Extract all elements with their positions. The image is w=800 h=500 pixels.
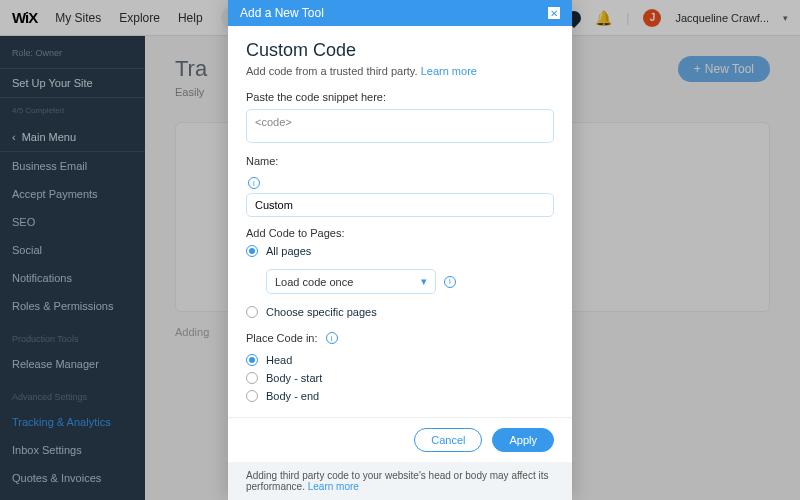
pages-label: Add Code to Pages: <box>246 227 554 239</box>
radio-specific-pages[interactable]: Choose specific pages <box>246 306 554 318</box>
place-label: Place Code in: <box>246 332 318 344</box>
radio-head[interactable]: Head <box>246 354 554 366</box>
modal-warning: Adding third party code to your website'… <box>228 462 572 500</box>
info-icon[interactable]: i <box>444 276 456 288</box>
apply-button[interactable]: Apply <box>492 428 554 452</box>
radio-icon <box>246 306 258 318</box>
radio-label: Body - end <box>266 390 319 402</box>
paste-label: Paste the code snippet here: <box>246 91 554 103</box>
radio-label: Head <box>266 354 292 366</box>
radio-icon <box>246 354 258 366</box>
warning-learn-more[interactable]: Learn more <box>308 481 359 492</box>
name-label: Name: <box>246 155 554 167</box>
load-select[interactable]: Load code once ▾ <box>266 269 436 294</box>
info-icon[interactable]: i <box>248 177 260 189</box>
custom-code-modal: Add a New Tool ✕ Custom Code Add code fr… <box>228 0 572 500</box>
chevron-down-icon: ▾ <box>421 275 427 288</box>
code-textarea[interactable]: <code> <box>246 109 554 143</box>
name-input[interactable] <box>246 193 554 217</box>
radio-icon <box>246 372 258 384</box>
modal-footer: Cancel Apply <box>228 417 572 462</box>
modal-header: Add a New Tool ✕ <box>228 0 572 26</box>
cancel-button[interactable]: Cancel <box>414 428 482 452</box>
radio-label: All pages <box>266 245 311 257</box>
modal-header-title: Add a New Tool <box>240 6 324 20</box>
radio-icon <box>246 245 258 257</box>
radio-body-end[interactable]: Body - end <box>246 390 554 402</box>
warning-text: Adding third party code to your website'… <box>246 470 548 492</box>
radio-icon <box>246 390 258 402</box>
radio-body-start[interactable]: Body - start <box>246 372 554 384</box>
modal-title: Custom Code <box>246 40 554 61</box>
radio-all-pages[interactable]: All pages <box>246 245 554 257</box>
radio-label: Choose specific pages <box>266 306 377 318</box>
close-icon[interactable]: ✕ <box>548 7 560 19</box>
modal-subtitle: Add code from a trusted third party. <box>246 65 418 77</box>
select-value: Load code once <box>275 276 353 288</box>
learn-more-link[interactable]: Learn more <box>421 65 477 77</box>
info-icon[interactable]: i <box>326 332 338 344</box>
radio-label: Body - start <box>266 372 322 384</box>
